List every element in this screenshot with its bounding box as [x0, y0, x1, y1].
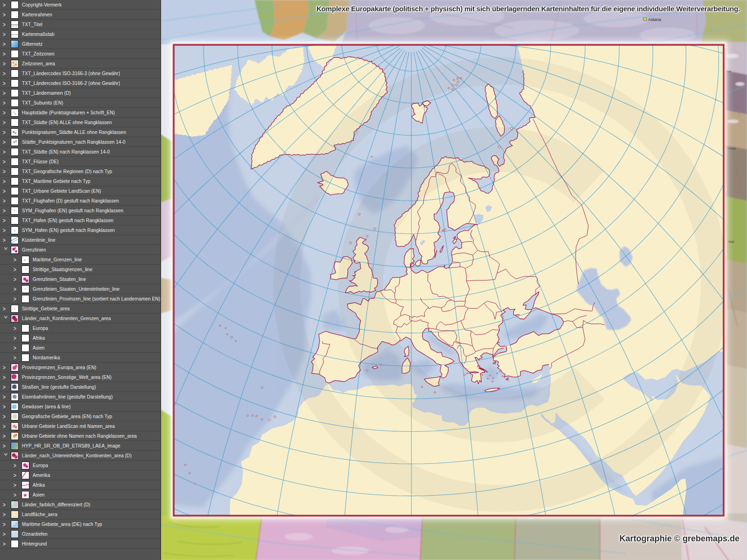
- svg-text:Tehran: Tehran: [727, 147, 736, 150]
- svg-text:Riad: Riad: [728, 240, 734, 243]
- svg-text:Astana: Astana: [648, 17, 661, 22]
